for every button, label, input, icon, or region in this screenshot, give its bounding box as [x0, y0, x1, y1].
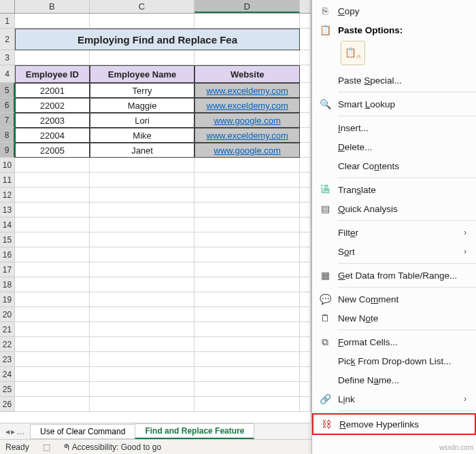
hyperlink[interactable]: www.exceldemy.com: [207, 130, 288, 141]
row-num-21[interactable]: 21: [0, 322, 15, 337]
menu-remove-hyperlinks[interactable]: ⛓Remove Hyperlinks: [312, 413, 476, 435]
paste-option-values[interactable]: 📋A: [338, 38, 476, 68]
row-num-17[interactable]: 17: [0, 262, 15, 277]
row-num-6[interactable]: 6: [0, 98, 15, 113]
tab-more-icon[interactable]: …: [16, 427, 24, 436]
menu-quick-analysis[interactable]: ▤Quick Analysis: [312, 199, 476, 218]
menu-paste-special[interactable]: Paste Special...: [312, 71, 476, 90]
menu-divider: [338, 263, 476, 264]
header-name[interactable]: Employee Name: [90, 65, 195, 83]
grid-rows: 1 2 Employing Find and Replace Fea 3 4 E…: [0, 14, 311, 412]
header-web[interactable]: Website: [194, 65, 300, 83]
tab-inactive[interactable]: Use of Clear Command: [30, 424, 135, 439]
row-num-14[interactable]: 14: [0, 217, 15, 232]
cell-web[interactable]: www.google.com: [194, 113, 300, 128]
translate-icon: 䜩: [319, 184, 331, 196]
menu-copy[interactable]: ⎘Copy: [312, 1, 476, 20]
menu-define-name[interactable]: Define Name...: [312, 370, 476, 389]
tab-nav[interactable]: ◂▸…: [0, 427, 30, 436]
col-header-d[interactable]: D: [194, 0, 300, 13]
cell-web[interactable]: www.exceldemy.com: [194, 98, 300, 113]
menu-link[interactable]: 🔗Link›: [312, 389, 476, 408]
col-header-e[interactable]: [300, 0, 311, 13]
row-num-1[interactable]: 1: [0, 14, 15, 29]
row-num-3[interactable]: 3: [0, 50, 15, 65]
row-num-16[interactable]: 16: [0, 247, 15, 262]
watermark: wsxdn.com: [439, 444, 473, 451]
accessibility-status[interactable]: ᖗAccessibility: Good to go: [64, 442, 161, 452]
hyperlink[interactable]: www.google.com: [214, 145, 281, 156]
quick-analysis-icon: ▤: [319, 203, 331, 215]
cell-id[interactable]: 22003: [15, 113, 90, 128]
row-num-12[interactable]: 12: [0, 188, 15, 203]
column-headers: B C D: [0, 0, 311, 14]
chevron-right-icon: ›: [464, 247, 466, 256]
accessibility-icon: ᖗ: [64, 442, 69, 452]
menu-format-cells[interactable]: ⧉Format Cells...: [312, 332, 476, 351]
nav-prev-icon[interactable]: ◂: [5, 427, 10, 436]
menu-delete[interactable]: Delete...: [312, 137, 476, 156]
cell-name[interactable]: Maggie: [90, 98, 195, 113]
row-num-4[interactable]: 4: [0, 65, 15, 83]
cell-web[interactable]: www.exceldemy.com: [194, 128, 300, 143]
menu-divider: [338, 330, 476, 330]
row-num-2[interactable]: 2: [0, 29, 15, 50]
row-num-10[interactable]: 10: [0, 158, 15, 173]
cell-id[interactable]: 22004: [15, 128, 90, 143]
row-num-5[interactable]: 5: [0, 83, 15, 98]
menu-smart-lookup[interactable]: 🔍Smart Lookup: [312, 94, 476, 114]
sheet-tabs: ◂▸… Use of Clear Command Find and Replac…: [0, 423, 311, 439]
menu-sort[interactable]: Sort›: [312, 242, 476, 261]
menu-pick-dropdown[interactable]: Pick From Drop-down List...: [312, 351, 476, 370]
status-bar: Ready ⬚ ᖗAccessibility: Good to go: [0, 439, 311, 454]
col-header-c[interactable]: C: [90, 0, 195, 13]
cell-id[interactable]: 22001: [15, 83, 90, 98]
tab-active[interactable]: Find and Replace Feature: [135, 423, 254, 439]
copy-icon: ⎘: [319, 5, 331, 17]
context-menu: ⎘Copy 📋Paste Options: 📋A Paste Special..…: [311, 0, 476, 454]
cell-name[interactable]: Janet: [90, 143, 195, 158]
cell-web[interactable]: www.google.com: [194, 143, 300, 158]
col-header-b[interactable]: B: [15, 0, 90, 13]
row-num-13[interactable]: 13: [0, 203, 15, 217]
cell-name[interactable]: Mike: [90, 128, 195, 143]
row-num-18[interactable]: 18: [0, 277, 15, 292]
header-id[interactable]: Employee ID: [15, 65, 90, 83]
cell-id[interactable]: 22002: [15, 98, 90, 113]
menu-translate[interactable]: 䜩Translate: [312, 180, 476, 199]
row-num-23[interactable]: 23: [0, 352, 15, 367]
menu-new-comment[interactable]: 💬New Comment: [312, 290, 476, 309]
hyperlink[interactable]: www.exceldemy.com: [207, 101, 288, 111]
cell-name[interactable]: Terry: [90, 83, 195, 98]
cell-name[interactable]: Lori: [90, 113, 195, 128]
select-all-corner[interactable]: [0, 0, 15, 13]
row-num-20[interactable]: 20: [0, 307, 15, 322]
row-num-22[interactable]: 22: [0, 337, 15, 352]
chevron-right-icon: ›: [464, 394, 466, 404]
row-num-8[interactable]: 8: [0, 128, 15, 143]
menu-clear-contents[interactable]: Clear Contents: [312, 156, 476, 175]
row-num-24[interactable]: 24: [0, 367, 15, 382]
title-cell[interactable]: Employing Find and Replace Fea: [15, 29, 300, 50]
nav-next-icon[interactable]: ▸: [11, 427, 15, 436]
hyperlink[interactable]: www.exceldemy.com: [207, 86, 288, 96]
row-num-11[interactable]: 11: [0, 173, 15, 188]
menu-divider: [338, 220, 476, 221]
row-num-19[interactable]: 19: [0, 292, 15, 307]
menu-divider: [338, 177, 476, 178]
row-num-25[interactable]: 25: [0, 382, 15, 397]
menu-filter[interactable]: Filter›: [312, 223, 476, 242]
menu-get-data[interactable]: ▦Get Data from Table/Range...: [312, 266, 476, 285]
cell-id[interactable]: 22005: [15, 143, 90, 158]
cell-web[interactable]: www.exceldemy.com: [194, 83, 300, 98]
menu-insert[interactable]: Insert...: [312, 118, 476, 137]
table-icon: ▦: [319, 269, 331, 281]
row-num-26[interactable]: 26: [0, 397, 15, 412]
row-num-15[interactable]: 15: [0, 232, 15, 247]
row-num-7[interactable]: 7: [0, 113, 15, 128]
link-icon: 🔗: [319, 393, 331, 405]
row-num-9[interactable]: 9: [0, 143, 15, 158]
hyperlink[interactable]: www.google.com: [214, 116, 281, 126]
macro-record-icon[interactable]: ⬚: [43, 442, 50, 452]
menu-new-note[interactable]: 🗒New Note: [312, 309, 476, 328]
